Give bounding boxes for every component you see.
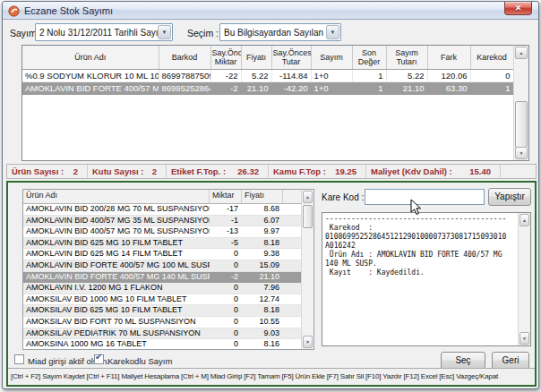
- list-item[interactable]: AMOKLAVIN BID FORTE 400/57 MG 100 ML SUS…: [23, 260, 301, 272]
- select-button[interactable]: Seç: [441, 352, 485, 370]
- summary-item: Etiket F.Top. :26.32: [167, 165, 269, 178]
- back-button[interactable]: Geri: [492, 352, 529, 370]
- karekod-log-scrollbar[interactable]: ▲ ▼: [518, 213, 530, 345]
- grid-cell: 21.10: [386, 82, 427, 95]
- list-cell: 0: [210, 339, 242, 350]
- table-row[interactable]: %0.9 SODYUM KLORUR 10 ML 10 AMPUL8699788…: [22, 70, 513, 82]
- list-item[interactable]: AMOKSINA 1000 MG 16 TABLET08.16: [23, 339, 301, 350]
- titlebar[interactable]: Eczane Stok Sayımı ✕: [3, 2, 538, 20]
- list-cell: AMOKSILAV BID 1000 MG 10 FILM TABLET: [23, 294, 210, 305]
- list-cell: AMOKSILAV BID FORT 70 ML SUSPANSIYON: [23, 317, 210, 328]
- list-cell: AMOKLAVIN BID FORTE 400/57 MG 140 ML SUS…: [23, 272, 210, 283]
- list-cell: 9.97: [242, 226, 283, 237]
- summary-item: Maliyet (Kdv Dahil) :15.40: [366, 165, 501, 178]
- list-item[interactable]: AMOKSILAV BID 625 MG 10 FILM TABLET08.18: [23, 305, 301, 317]
- list-item[interactable]: AMOKSILAV BID 1000 MG 10 FILM TABLET012.…: [23, 294, 301, 306]
- scroll-down-icon[interactable]: ▼: [303, 336, 313, 348]
- stock-grid-scrollbar[interactable]: ▲ ▼: [513, 46, 528, 160]
- list-cell: 0: [210, 328, 242, 339]
- list-cell: AMOKLAVIN BID 400/57 MG 70 ML SUSPANSIYO…: [23, 226, 210, 237]
- close-icon: ✕: [515, 4, 522, 13]
- list-item[interactable]: AMOKLAVIN BID 400/57 MG 35 ML SUSPANSIYO…: [23, 216, 301, 227]
- summary-value: 2: [73, 166, 78, 176]
- close-button[interactable]: ✕: [504, 2, 532, 15]
- chevron-down-icon: ▼: [158, 25, 171, 39]
- list-cell: AMOKSILAV PEDIATRIK 70 ML SUSPANSIYON: [23, 328, 210, 339]
- list-item[interactable]: AMOKLAVIN BID 625 MG 14 FILM TABLET09.38: [23, 249, 301, 260]
- list-cell: 9.03: [242, 328, 283, 339]
- scroll-down-icon[interactable]: ▼: [520, 332, 529, 345]
- summary-item: Ürün Sayısı :2: [7, 165, 88, 178]
- summary-value: 19.25: [335, 166, 356, 176]
- summary-item: Kutu Sayısı :2: [88, 165, 167, 178]
- summary-value: 26.32: [237, 166, 259, 176]
- grid-cell: 63.30: [427, 82, 470, 95]
- summary-label: Etiket F.Top. :: [171, 166, 226, 176]
- list-cell: -5: [210, 238, 242, 249]
- column-header[interactable]: Fark: [427, 46, 470, 70]
- column-header[interactable]: Barkod: [159, 46, 210, 70]
- list-cell: -17: [210, 204, 242, 215]
- scrollbar-thumb[interactable]: [303, 205, 313, 228]
- column-header[interactable]: Ürün Adı: [23, 190, 210, 203]
- sayim-selected-value: 2 Nolu 31/12/2011 Tarihli Sayım: [36, 28, 158, 38]
- list-cell: -2: [210, 272, 242, 283]
- list-cell: 6.07: [242, 216, 283, 226]
- list-item[interactable]: AMOKLAVIN BID FORTE 400/57 MG 140 ML SUS…: [23, 272, 301, 284]
- list-cell: 15.09: [242, 260, 283, 271]
- grid-cell: -2: [210, 82, 241, 95]
- grid-cell: 1+0: [311, 70, 352, 82]
- table-row[interactable]: AMOKLAVIN BID FORTE 400/57 MG 140 ML8699…: [22, 82, 513, 95]
- stock-table: Ürün AdıBarkodSay.Önce. MiktarFiyatıSay.…: [22, 46, 514, 95]
- secim-selected-value: Bu Bilgisayardan Sayılan Ürünler: [220, 28, 326, 38]
- list-cell: 8.18: [242, 238, 283, 249]
- karekod-checkbox[interactable]: ✔: [94, 354, 104, 364]
- grid-cell: 1+0: [311, 82, 352, 95]
- list-cell: 7.96: [242, 283, 283, 294]
- scroll-up-icon[interactable]: ▲: [303, 191, 313, 203]
- list-cell: AMOKLAVIN BID 400/57 MG 35 ML SUSPANSIYO…: [23, 216, 210, 226]
- product-list: Ürün AdıMiktarFiyatı AMOKLAVIN BID 200/2…: [22, 189, 314, 350]
- column-header[interactable]: Ürün Adı: [22, 46, 159, 70]
- grid-cell: 0: [470, 70, 513, 82]
- list-cell: AMOKSILAV BID 625 MG 10 FILM TABLET: [23, 305, 210, 316]
- column-header[interactable]: Son Değer: [352, 46, 386, 70]
- product-list-scrollbar[interactable]: ▲ ▼: [301, 190, 313, 349]
- column-header[interactable]: Say.Önce. Miktar: [210, 46, 241, 70]
- column-header[interactable]: Sayım: [311, 46, 352, 70]
- scroll-up-icon[interactable]: ▲: [515, 47, 528, 59]
- karekod-panel: Kare Kod : Yapıştır --------------------…: [322, 187, 531, 350]
- list-cell: 0: [210, 249, 242, 260]
- scroll-down-icon[interactable]: ▼: [515, 147, 528, 159]
- column-header[interactable]: Say.Öncesi Tutar: [271, 46, 311, 70]
- scroll-up-icon[interactable]: ▲: [520, 214, 529, 226]
- karekod-input[interactable]: [365, 189, 485, 205]
- list-item[interactable]: AMOKLAVIN BID 625 MG 10 FILM TABLET-58.1…: [23, 238, 301, 250]
- column-header[interactable]: Karekod: [470, 46, 513, 70]
- miad-checkbox[interactable]: ✔: [14, 354, 24, 364]
- secim-select[interactable]: Bu Bilgisayardan Sayılan Ürünler ▼: [219, 23, 341, 41]
- column-header[interactable]: Miktar: [210, 190, 242, 203]
- list-cell: 0: [210, 305, 242, 316]
- summary-label: Kutu Sayısı :: [92, 166, 144, 176]
- scrollbar-thumb[interactable]: [515, 101, 528, 148]
- list-item[interactable]: AMOKLAVIN BID 400/57 MG 70 ML SUSPANSIYO…: [23, 226, 301, 238]
- list-item[interactable]: AMOKSILAV PEDIATRIK 70 ML SUSPANSIYON09.…: [23, 328, 301, 340]
- list-cell: 0: [210, 294, 242, 305]
- list-item[interactable]: AMOKLAVIN BID 200/28 MG 70 ML SUSPANSIYO…: [23, 204, 301, 216]
- list-cell: AMOKLAVIN I.V. 1200 MG 1 FLAKON: [23, 283, 210, 294]
- grid-cell: 5.22: [241, 70, 271, 82]
- column-header[interactable]: Fiyatı: [241, 46, 271, 70]
- list-cell: AMOKSINA 1000 MG 16 TABLET: [23, 339, 210, 350]
- list-item[interactable]: AMOKSILAV BID FORT 70 ML SUSPANSIYON010.…: [23, 317, 301, 328]
- list-item[interactable]: AMOKLAVIN I.V. 1200 MG 1 FLAKON07.96: [23, 283, 301, 294]
- list-cell: 8.68: [242, 204, 283, 215]
- app-icon: [8, 4, 20, 16]
- summary-value: 15.40: [469, 166, 491, 176]
- column-header[interactable]: Fiyatı: [242, 190, 283, 203]
- paste-button[interactable]: Yapıştır: [488, 188, 531, 206]
- column-header[interactable]: Sayım Tutarı: [386, 46, 427, 70]
- list-cell: 8.16: [242, 339, 283, 350]
- sayim-select[interactable]: 2 Nolu 31/12/2011 Tarihli Sayım ▼: [35, 23, 173, 41]
- list-cell: 8.18: [242, 305, 283, 316]
